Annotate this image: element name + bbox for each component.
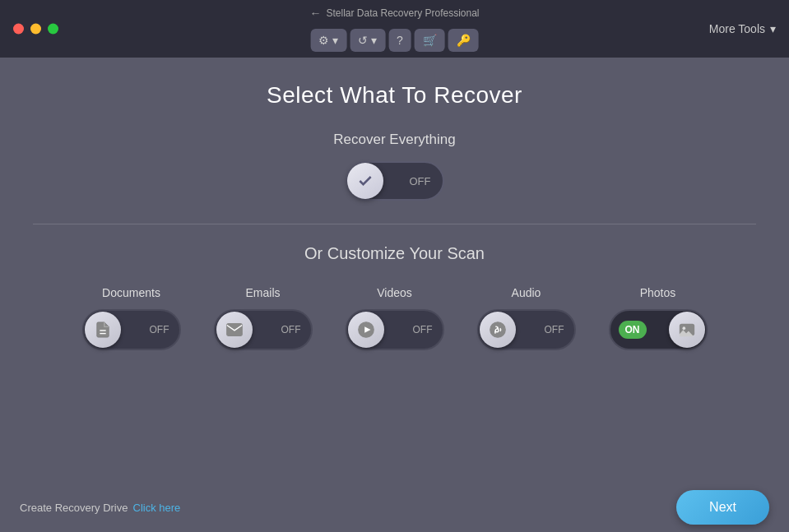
- bottom-bar: Create Recovery Drive Click here Next: [0, 483, 789, 532]
- back-icon[interactable]: ←: [309, 7, 321, 20]
- history-dropdown-icon: ▾: [371, 34, 377, 47]
- categories-container: Documents OFF Emails: [82, 286, 708, 350]
- videos-knob: [348, 312, 384, 348]
- recover-everything-label: Recover Everything: [333, 132, 455, 148]
- emails-knob: [216, 312, 253, 348]
- history-button[interactable]: ↺ ▾: [350, 29, 385, 52]
- audio-toggle[interactable]: OFF: [477, 309, 576, 350]
- videos-label: Videos: [377, 286, 412, 299]
- cart-icon: 🛒: [423, 34, 437, 47]
- audio-state: OFF: [545, 324, 564, 335]
- more-tools-menu[interactable]: More Tools ▾: [709, 22, 776, 35]
- click-here-link[interactable]: Click here: [133, 502, 181, 514]
- photos-label: Photos: [640, 286, 676, 299]
- traffic-lights: [13, 24, 58, 35]
- photos-toggle[interactable]: ON: [609, 309, 708, 350]
- emails-toggle[interactable]: OFF: [214, 309, 313, 350]
- page-title: Select What To Recover: [267, 82, 522, 109]
- more-tools-chevron-icon: ▾: [770, 22, 776, 35]
- help-button[interactable]: ?: [388, 29, 411, 52]
- emails-label: Emails: [245, 286, 280, 299]
- cart-button[interactable]: 🛒: [415, 29, 445, 52]
- app-title: Stellar Data Recovery Professional: [326, 7, 479, 19]
- documents-toggle[interactable]: OFF: [82, 309, 181, 350]
- customize-scan-label: Or Customize Your Scan: [304, 244, 485, 263]
- close-button[interactable]: [13, 24, 24, 35]
- emails-state: OFF: [281, 324, 301, 335]
- divider: [33, 224, 756, 224]
- key-icon: 🔑: [457, 34, 471, 47]
- history-icon: ↺: [358, 34, 368, 47]
- settings-icon: ⚙: [318, 34, 329, 47]
- videos-state: OFF: [413, 324, 433, 335]
- photos-knob: [669, 312, 705, 348]
- key-button[interactable]: 🔑: [448, 29, 479, 52]
- documents-label: Documents: [102, 286, 160, 299]
- next-button[interactable]: Next: [676, 490, 769, 525]
- help-icon: ?: [397, 34, 403, 47]
- audio-label: Audio: [512, 286, 541, 299]
- create-recovery-section: Create Recovery Drive Click here: [20, 502, 180, 514]
- main-content: Select What To Recover Recover Everythin…: [0, 58, 789, 532]
- create-recovery-text: Create Recovery Drive: [20, 502, 128, 514]
- more-tools-label: More Tools: [709, 22, 765, 35]
- videos-toggle[interactable]: OFF: [346, 309, 444, 350]
- settings-dropdown-icon: ▾: [332, 34, 338, 47]
- category-photos: Photos ON: [609, 286, 708, 350]
- svg-point-7: [682, 326, 685, 330]
- recover-everything-toggle-container: OFF: [346, 161, 444, 201]
- category-documents: Documents OFF: [82, 286, 181, 350]
- recover-everything-toggle[interactable]: OFF: [346, 161, 444, 201]
- recover-everything-knob: [347, 163, 383, 199]
- settings-button[interactable]: ⚙ ▾: [310, 29, 346, 52]
- documents-knob: [85, 312, 121, 348]
- title-area: ← Stellar Data Recovery Professional: [309, 7, 479, 20]
- category-emails: Emails OFF: [214, 286, 313, 350]
- recover-everything-state: OFF: [410, 175, 431, 187]
- svg-rect-2: [226, 324, 241, 336]
- minimize-button[interactable]: [30, 24, 41, 35]
- category-audio: Audio OFF: [477, 286, 576, 350]
- toolbar: ⚙ ▾ ↺ ▾ ? 🛒 🔑: [310, 29, 479, 52]
- photos-state-on: ON: [619, 321, 647, 339]
- category-videos: Videos OFF: [346, 286, 444, 350]
- title-bar: ← Stellar Data Recovery Professional ⚙ ▾…: [0, 0, 789, 58]
- documents-state: OFF: [150, 324, 169, 335]
- audio-knob: [480, 312, 516, 348]
- maximize-button[interactable]: [48, 24, 58, 35]
